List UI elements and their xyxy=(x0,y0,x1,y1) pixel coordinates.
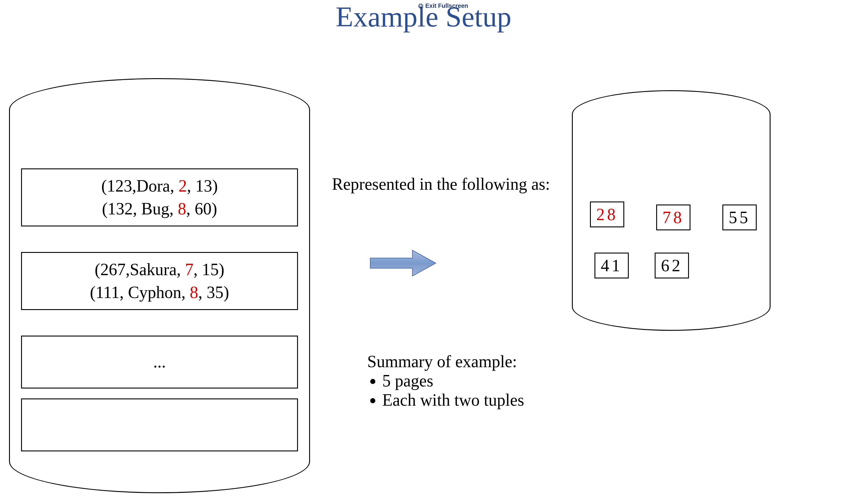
summary-block: Summary of example: 5 pages Each with tw… xyxy=(367,352,524,410)
left-database-cylinder: (123,Dora, 2, 13) (132, Bug, 8, 60) (267… xyxy=(9,78,310,493)
representation-caption: Represented in the following as: xyxy=(331,175,551,194)
record-box-3: ... xyxy=(21,336,298,389)
tuple-1a-pre: (123,Dora, xyxy=(101,177,178,195)
tuple-2b-highlight: 8 xyxy=(190,283,198,302)
tuple-1a-post: , 13) xyxy=(187,177,218,195)
tuple-1a-highlight: 2 xyxy=(178,177,187,195)
summary-item-1: 5 pages xyxy=(382,371,524,390)
arrow-icon xyxy=(367,247,439,280)
page-box-3: 55 xyxy=(722,204,757,230)
cylinder-mask xyxy=(10,110,309,143)
record-box-2: (267,Sakura, 7, 15) (111, Cyphon, 8, 35) xyxy=(21,252,298,310)
tuple-2a: (267,Sakura, 7, 15) xyxy=(31,258,288,281)
tuple-1b-pre: (132, Bug, xyxy=(102,199,178,218)
record-box-4 xyxy=(21,398,298,451)
tuple-1b-highlight: 8 xyxy=(178,199,186,218)
record-box-1: (123,Dora, 2, 13) (132, Bug, 8, 60) xyxy=(21,168,298,227)
tuple-2a-highlight: 7 xyxy=(185,260,193,279)
summary-heading: Summary of example: xyxy=(367,352,524,371)
tuple-2a-pre: (267,Sakura, xyxy=(95,260,185,279)
page-box-5: 62 xyxy=(655,253,689,278)
summary-item-2: Each with two tuples xyxy=(382,390,524,410)
page-box-4: 41 xyxy=(594,253,629,278)
exit-fullscreen-icon xyxy=(417,3,424,9)
tuple-1a: (123,Dora, 2, 13) xyxy=(31,175,288,198)
tuple-2b-post: , 35) xyxy=(198,283,229,302)
page-box-1: 28 xyxy=(590,201,624,227)
tuple-1b-post: , 60) xyxy=(186,199,217,218)
tuple-1b: (132, Bug, 8, 60) xyxy=(31,198,288,220)
tuple-2b: (111, Cyphon, 8, 35) xyxy=(31,281,288,304)
ellipsis: ... xyxy=(153,350,166,374)
exit-fullscreen-label: Exit Fullscreen xyxy=(425,2,468,9)
tuple-2b-pre: (111, Cyphon, xyxy=(90,283,190,302)
cylinder-mask xyxy=(573,114,770,140)
exit-fullscreen-button[interactable]: Exit Fullscreen xyxy=(417,2,468,9)
right-database-cylinder: 28 78 55 41 62 xyxy=(572,90,771,331)
tuple-2a-post: , 15) xyxy=(193,260,225,279)
page-box-2: 78 xyxy=(656,204,691,230)
